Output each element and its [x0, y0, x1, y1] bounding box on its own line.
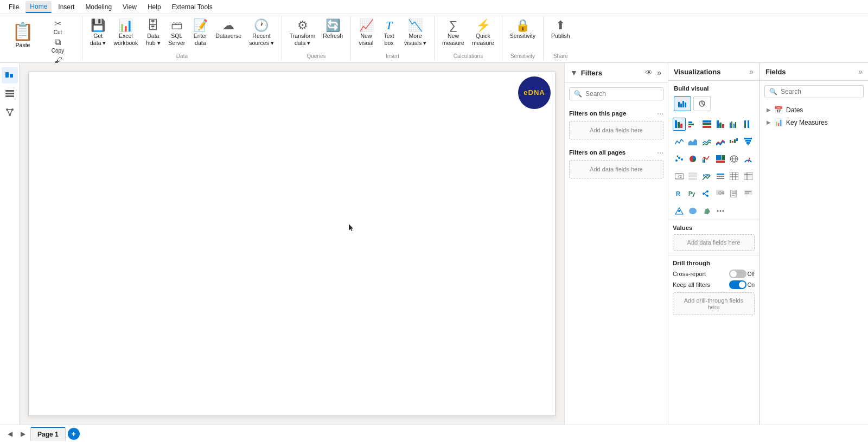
text-box-button[interactable]: T Textbox: [378, 17, 400, 52]
report-view-icon[interactable]: [2, 67, 18, 84]
sql-server-button[interactable]: 🗃 SQLServer: [165, 17, 188, 52]
field-group-key-measures[interactable]: ▶ 📊 Key Measures: [764, 116, 864, 129]
viz-waterfall-icon[interactable]: [727, 135, 741, 148]
viz-kpi-icon[interactable]: KPI: [700, 170, 713, 183]
quick-measure-button[interactable]: ⚡ Quickmeasure: [469, 17, 497, 52]
menu-home[interactable]: Home: [25, 1, 52, 13]
viz-treemap-icon[interactable]: [714, 152, 727, 165]
paste-button[interactable]: 📋 Paste: [9, 17, 37, 52]
viz-stacked-col-icon[interactable]: [714, 118, 727, 131]
viz-100pct-col-icon[interactable]: [742, 118, 755, 131]
viz-line-cluster-icon[interactable]: [700, 152, 713, 165]
viz-decomp-tree-icon[interactable]: [700, 187, 713, 200]
viz-stacked-bar-icon[interactable]: [673, 118, 686, 131]
model-view-icon[interactable]: [2, 104, 18, 120]
drill-through-label: Drill through: [673, 260, 755, 266]
viz-100pct-bar-icon[interactable]: [700, 118, 713, 131]
dataverse-button[interactable]: ☁ Dataverse: [212, 17, 245, 52]
drill-through-drop-zone[interactable]: Add drill-through fields here: [673, 292, 755, 315]
viz-icons-grid-5: R Py Q&A: [668, 185, 759, 202]
fields-search-input[interactable]: [781, 88, 862, 95]
viz-card-icon[interactable]: 42: [673, 170, 686, 183]
viz-filled-map-icon[interactable]: [686, 204, 699, 217]
viz-slicer-icon[interactable]: [714, 170, 727, 183]
canvas-area[interactable]: eDNA: [20, 63, 564, 425]
excel-workbook-button[interactable]: 📊 Excelworkbook: [110, 17, 141, 52]
filters-all-pages-drop-zone[interactable]: Add data fields here: [569, 160, 663, 178]
viz-gauge-icon[interactable]: [742, 152, 755, 165]
filters-page-dots[interactable]: ···: [657, 109, 663, 118]
field-group-dates[interactable]: ▶ 📅 Dates: [764, 104, 864, 116]
viz-more-icon[interactable]: [714, 204, 727, 217]
page-1-tab[interactable]: Page 1: [30, 427, 66, 441]
data-hub-button[interactable]: 🗄 Datahub ▾: [142, 17, 164, 52]
data-view-icon[interactable]: [2, 86, 18, 102]
viz-type-format-btn[interactable]: [693, 96, 711, 111]
viz-matrix-icon[interactable]: [742, 170, 755, 183]
tab-next-btn[interactable]: ▶: [17, 428, 28, 439]
keep-all-filters-switch[interactable]: [729, 280, 746, 289]
viz-qa-icon[interactable]: Q&A: [714, 187, 727, 200]
recent-sources-label: Recentsources ▾: [249, 33, 274, 46]
viz-funnel-icon[interactable]: [742, 135, 755, 148]
sql-icon: 🗃: [171, 20, 183, 31]
filters-search-input[interactable]: [585, 90, 667, 98]
viz-line-stacked-icon[interactable]: [700, 135, 713, 148]
viz-line-icon[interactable]: [673, 135, 686, 148]
menu-insert[interactable]: Insert: [54, 2, 79, 12]
filters-page-drop-zone[interactable]: Add data fields here: [569, 121, 663, 139]
svg-rect-24: [703, 120, 711, 123]
viz-type-chart-btn[interactable]: [674, 96, 691, 111]
viz-scatter-icon[interactable]: [673, 152, 686, 165]
menu-view[interactable]: View: [118, 2, 141, 12]
filters-search-box[interactable]: 🔍: [569, 87, 663, 100]
menu-external-tools[interactable]: External Tools: [168, 2, 217, 12]
canvas-page[interactable]: eDNA: [28, 72, 556, 416]
fields-search-box[interactable]: 🔍: [764, 85, 864, 98]
cross-report-toggle[interactable]: Off: [729, 270, 755, 278]
viz-map-icon[interactable]: [727, 152, 741, 165]
sensitivity-button[interactable]: 🔒 Sensitivity: [507, 17, 539, 52]
viz-azure-map-icon[interactable]: [673, 204, 686, 217]
dataverse-icon: ☁: [222, 20, 234, 31]
viz-clustered-col-icon[interactable]: [727, 118, 741, 131]
fields-expand-icon[interactable]: »: [858, 67, 863, 76]
add-page-btn[interactable]: +: [68, 428, 80, 440]
refresh-button[interactable]: 🔄 Refresh: [320, 17, 346, 52]
viz-ribbon-icon[interactable]: [714, 135, 727, 148]
transform-data-button[interactable]: ⚙ Transformdata ▾: [286, 17, 318, 52]
viz-expand-icon[interactable]: »: [749, 67, 754, 76]
menu-modeling[interactable]: Modeling: [81, 2, 116, 12]
viz-py-visual-icon[interactable]: Py: [686, 187, 699, 200]
get-data-button[interactable]: 💾 Getdata ▾: [87, 17, 109, 52]
cross-report-switch[interactable]: [729, 270, 746, 278]
keep-all-filters-toggle[interactable]: On: [729, 280, 755, 289]
filters-expand-icon[interactable]: »: [656, 67, 662, 78]
svg-rect-45: [748, 144, 749, 145]
filters-all-pages-dots[interactable]: ···: [657, 148, 663, 157]
viz-clustered-bar-icon[interactable]: [686, 118, 699, 131]
viz-table-icon[interactable]: [727, 170, 741, 183]
viz-paginated-icon[interactable]: [727, 187, 741, 200]
viz-smart-narrative-icon[interactable]: [742, 187, 755, 200]
viz-multirow-card-icon[interactable]: [686, 170, 699, 183]
new-measure-button[interactable]: ∑ Newmeasure: [439, 17, 468, 52]
svg-rect-40: [734, 139, 736, 143]
menu-file[interactable]: File: [4, 2, 23, 12]
copy-button[interactable]: ⧉ Copy: [38, 36, 78, 55]
recent-sources-button[interactable]: 🕐 Recentsources ▾: [246, 17, 277, 52]
viz-r-visual-icon[interactable]: R: [673, 187, 686, 200]
viz-shape-map-icon[interactable]: [700, 204, 713, 217]
viz-values-drop-zone[interactable]: Add data fields here: [673, 234, 755, 251]
new-visual-button[interactable]: 📈 Newvisual: [355, 17, 377, 52]
tab-prev-btn[interactable]: ◀: [4, 428, 15, 439]
svg-rect-28: [719, 123, 722, 128]
filters-eye-icon[interactable]: 👁: [644, 67, 654, 78]
viz-pie-icon[interactable]: [686, 152, 699, 165]
menu-help[interactable]: Help: [143, 2, 165, 12]
publish-button[interactable]: ⬆ Publish: [548, 17, 573, 52]
viz-area-icon[interactable]: [686, 135, 699, 148]
more-visuals-button[interactable]: 📉 Morevisuals ▾: [401, 17, 430, 52]
enter-data-button[interactable]: 📝 Enterdata: [189, 17, 211, 52]
cut-button[interactable]: ✂ Cut: [38, 17, 78, 36]
